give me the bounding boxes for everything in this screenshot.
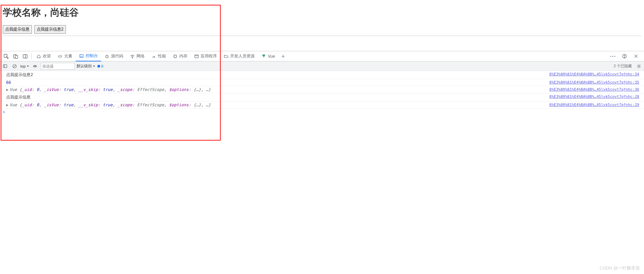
expand-arrow-icon[interactable]: ▶: [6, 87, 8, 92]
page-body: 学校名称，尚硅谷 点我提示信息 点我提示信息2: [0, 0, 644, 39]
sidebar-toggle-icon[interactable]: [1, 62, 9, 70]
show-info-button-1[interactable]: 点我提示信息: [3, 25, 32, 34]
svg-point-13: [614, 56, 615, 57]
tab-vue[interactable]: Vue: [258, 51, 278, 61]
svg-rect-9: [195, 55, 199, 58]
tab-label: 性能: [158, 53, 166, 59]
log-message: 66: [6, 80, 549, 85]
tab-console[interactable]: 控制台: [76, 51, 101, 61]
log-message: 点我提示信息: [6, 94, 549, 100]
console-log-row: 点我提示信息2 8%E3%80%81%E4%BA%8B%…45lvk5covt7…: [0, 71, 644, 79]
tab-label: 网络: [136, 53, 145, 59]
code-icon: [58, 54, 62, 59]
console-prompt[interactable]: >: [0, 109, 644, 115]
settings-gear-icon[interactable]: [635, 62, 643, 70]
vue-icon: [261, 54, 266, 59]
device-toggle-icon[interactable]: [11, 52, 20, 61]
context-select[interactable]: top: [20, 64, 29, 68]
svg-point-15: [624, 57, 624, 58]
svg-point-21: [638, 65, 640, 67]
tab-label: 元素: [64, 53, 72, 59]
source-link[interactable]: 8%E3%80%81%E4%BA%8B%…45lvk5covt7qfnhc:28: [549, 94, 641, 99]
tab-memory[interactable]: 内存: [169, 51, 191, 61]
hidden-count: 2 个已隐藏: [614, 63, 633, 69]
svg-line-19: [14, 65, 16, 67]
svg-rect-16: [3, 65, 7, 68]
svg-rect-3: [23, 55, 27, 58]
badge-dot-icon: [97, 65, 100, 68]
wifi-icon: [130, 54, 135, 59]
console-log-row: 66 8%E3%80%81%E4%BA%8B%…45lvk5covt7qfnhc…: [0, 79, 644, 86]
tab-sources[interactable]: 源代码: [101, 51, 127, 61]
svg-rect-2: [15, 55, 18, 58]
inspect-icon[interactable]: [1, 52, 11, 61]
tab-devresources[interactable]: 开发人员资源: [220, 51, 258, 61]
divider: [3, 36, 641, 36]
tab-label: Vue: [268, 54, 275, 59]
tab-application[interactable]: 应用程序: [191, 51, 220, 61]
svg-rect-8: [174, 55, 177, 57]
tab-network[interactable]: 网络: [127, 51, 148, 61]
gauge-icon: [151, 54, 156, 59]
console-log-row: 点我提示信息 8%E3%80%81%E4%BA%8B%…45lvk5covt7q…: [0, 93, 644, 102]
folder-icon: [224, 54, 228, 59]
more-icon[interactable]: [608, 52, 618, 61]
tab-label: 控制台: [86, 53, 98, 59]
console-filter-bar: top 默认级别 8 2 个已隐藏: [0, 61, 644, 71]
source-link[interactable]: 8%E3%80%81%E4%BA%8B%…45lvk5covt7qfnhc:34: [549, 72, 641, 76]
svg-point-6: [106, 55, 108, 58]
log-message: 点我提示信息2: [6, 72, 549, 78]
console-icon: [79, 54, 84, 58]
tab-label: 源代码: [111, 53, 123, 59]
filter-input[interactable]: [41, 63, 75, 70]
page-title: 学校名称，尚硅谷: [3, 6, 641, 19]
show-info-button-2[interactable]: 点我提示信息2: [34, 25, 66, 34]
divider: [31, 53, 32, 59]
tab-performance[interactable]: 性能: [148, 51, 169, 61]
level-value: 默认级别: [77, 63, 92, 69]
tab-label: 应用程序: [201, 53, 217, 59]
level-select[interactable]: 默认级别: [77, 63, 95, 69]
app-icon: [194, 54, 199, 59]
tab-label: 开发人员资源: [230, 53, 255, 59]
help-icon[interactable]: [620, 52, 629, 61]
badge-count: 8: [101, 64, 103, 68]
tab-elements[interactable]: 元素: [54, 51, 76, 61]
svg-point-7: [132, 58, 132, 58]
context-value: top: [20, 64, 25, 68]
console-object-row: ▶Vue {_uid: 0, _isVue: true, __v_skip: t…: [0, 86, 644, 93]
dock-side-icon[interactable]: [20, 52, 30, 61]
tab-label: 欢迎: [43, 53, 51, 59]
devtools-tabs: 欢迎 元素 控制台 源代码 网络 性能 内存 应用程序: [0, 51, 644, 61]
source-link[interactable]: 8%E3%80%81%E4%BA%8B%…45lvk5covt7qfnhc:35: [549, 80, 641, 85]
log-message: ▶Vue {_uid: 0, _isVue: true, __v_skip: t…: [6, 87, 549, 92]
add-tab-icon[interactable]: [278, 52, 288, 61]
clear-console-icon[interactable]: [11, 62, 18, 70]
watermark: CSDN @一叶飘零晋: [600, 265, 640, 271]
tab-label: 内存: [179, 53, 187, 59]
close-icon[interactable]: [631, 52, 641, 61]
console-object-row: ▶Vue {_uid: 0, _isVue: true, __v_skip: t…: [0, 102, 644, 109]
chevron-down-icon: [93, 65, 95, 68]
chip-icon: [173, 54, 178, 59]
log-message: ▶Vue {_uid: 0, _isVue: true, __v_skip: t…: [6, 103, 549, 107]
source-link[interactable]: 8%E3%80%81%E4%BA%8B%…45lvk5covt7qfnhc:29: [549, 103, 641, 107]
chevron-down-icon: [26, 65, 29, 68]
issue-badge[interactable]: 8: [97, 64, 103, 68]
devtools-panel: 欢迎 元素 控制台 源代码 网络 性能 内存 应用程序: [0, 51, 644, 115]
console-output: 点我提示信息2 8%E3%80%81%E4%BA%8B%…45lvk5covt7…: [0, 71, 644, 115]
home-icon: [36, 54, 41, 59]
source-link[interactable]: 8%E3%80%81%E4%BA%8B%…45lvk5covt7qfnhc:36: [549, 87, 641, 92]
live-expression-icon[interactable]: [31, 62, 39, 70]
svg-point-12: [612, 56, 613, 57]
bug-icon: [105, 54, 109, 59]
expand-arrow-icon[interactable]: ▶: [6, 103, 8, 107]
svg-point-11: [610, 56, 611, 57]
tab-welcome[interactable]: 欢迎: [33, 51, 54, 61]
